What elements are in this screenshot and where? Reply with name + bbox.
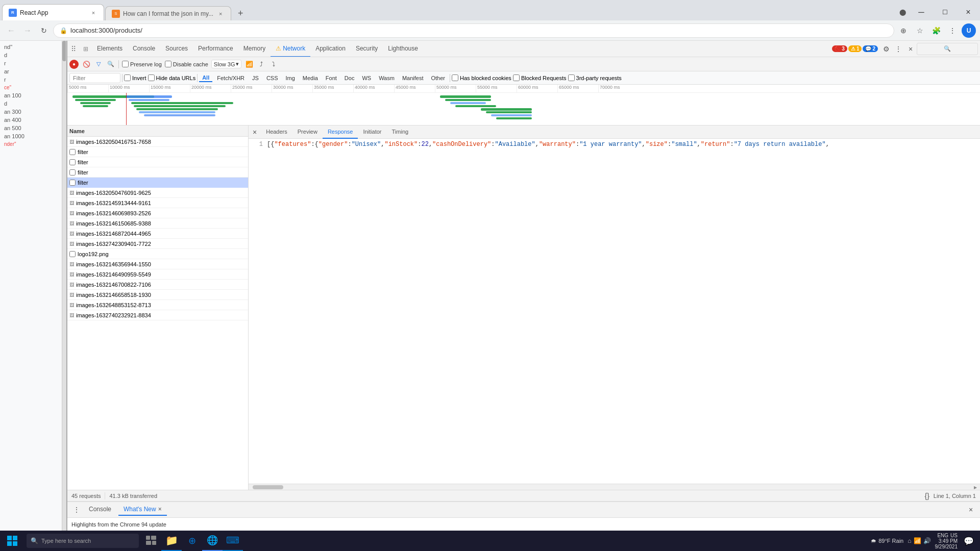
tab-security[interactable]: Security xyxy=(351,41,383,57)
devtools-close-icon[interactable]: × xyxy=(904,43,917,55)
filter-type-wasm[interactable]: Wasm xyxy=(376,74,398,82)
list-item[interactable]: 🖼 images-1632146150685-9388 xyxy=(67,218,248,229)
settings-icon[interactable]: ⋮ xyxy=(945,23,960,38)
taskbar-icon-explorer[interactable]: 📁 xyxy=(161,531,182,551)
list-item[interactable]: 🖼 images-1632146490959-5549 xyxy=(67,269,248,280)
svg-rect-7 xyxy=(152,541,156,545)
language-region: ENG US xyxy=(937,533,958,538)
list-item-selected[interactable]: filter xyxy=(67,178,248,188)
back-button[interactable]: ← xyxy=(4,23,18,38)
disable-cache-checkbox[interactable]: Disable cache xyxy=(165,61,208,67)
import-icon[interactable]: ⤴ xyxy=(257,60,266,69)
list-item[interactable]: 🖼 images-1632742309401-7722 xyxy=(67,239,248,249)
filter-type-js[interactable]: JS xyxy=(249,74,262,82)
record-button[interactable]: ● xyxy=(69,60,79,69)
tab-console-bottom[interactable]: Console xyxy=(84,504,116,516)
timeline-mark: 25000 ms xyxy=(231,85,272,92)
profile-avatar[interactable]: U xyxy=(962,23,976,38)
list-item[interactable]: 🖼 images-1632145913444-9161 xyxy=(67,198,248,208)
list-item[interactable]: 🖼 images-1632648853152-8713 xyxy=(67,300,248,310)
tab-elements[interactable]: Elements xyxy=(92,41,128,57)
preserve-log-checkbox[interactable]: Preserve log xyxy=(122,61,162,67)
filter-type-fetch[interactable]: Fetch/XHR xyxy=(214,74,248,82)
list-item[interactable]: 🖼 images-1632050416751-7658 xyxy=(67,137,248,147)
extensions-icon[interactable]: 🧩 xyxy=(929,23,943,38)
tab-close-react[interactable]: × xyxy=(89,9,97,17)
search-icon[interactable]: 🔍 xyxy=(106,60,115,69)
tab-headers[interactable]: Headers xyxy=(261,126,292,139)
devtools-search-expand[interactable]: 🔍 xyxy=(917,43,978,55)
tab-preview[interactable]: Preview xyxy=(292,126,323,139)
tab-close-so[interactable]: × xyxy=(216,10,225,18)
taskbar-icon-taskview[interactable] xyxy=(141,531,161,551)
list-item[interactable]: 🖼 images-1632740232921-8834 xyxy=(67,310,248,320)
address-bar[interactable]: 🔒 localhost:3000/products/ xyxy=(53,23,894,38)
tab-timing[interactable]: Timing xyxy=(387,126,414,139)
stop-button[interactable]: 🚫 xyxy=(82,60,91,69)
tab-initiator[interactable]: Initiator xyxy=(358,126,386,139)
filter-type-all[interactable]: All xyxy=(199,74,212,82)
bookmark-icon[interactable]: ☆ xyxy=(913,23,927,38)
start-button[interactable] xyxy=(0,531,24,551)
tab-network[interactable]: ⚠Network xyxy=(271,41,310,57)
cast-icon[interactable]: ⊕ xyxy=(896,23,911,38)
tab-response[interactable]: Response xyxy=(323,126,358,139)
export-icon[interactable]: ⤵ xyxy=(269,60,278,69)
taskbar-icon-chrome[interactable]: 🌐 xyxy=(202,531,223,551)
tab-memory[interactable]: Memory xyxy=(238,41,271,57)
filter-type-other[interactable]: Other xyxy=(428,74,448,82)
more-options-icon[interactable]: ⋮ xyxy=(71,505,82,515)
taskbar-icon-vscode[interactable]: ⌨ xyxy=(223,531,243,551)
devtools-settings-icon[interactable]: ⚙ xyxy=(880,43,892,55)
detail-close-btn[interactable]: × xyxy=(249,128,261,136)
hide-data-urls-checkbox[interactable]: Hide data URLs xyxy=(148,74,196,81)
has-blocked-cookies-checkbox[interactable]: Has blocked cookies xyxy=(452,74,511,81)
throttle-dropdown[interactable]: Slow 3G ▾ xyxy=(211,60,242,68)
third-party-checkbox[interactable]: 3rd-party requests xyxy=(568,74,622,81)
tab-react-app[interactable]: R React App × xyxy=(2,4,104,20)
devtools-more-icon[interactable]: ⋮ xyxy=(892,43,904,55)
new-tab-button[interactable]: + xyxy=(233,6,248,20)
tab-whats-new[interactable]: What's New × xyxy=(118,504,167,516)
list-item[interactable]: 🖼 images-1632146356944-1550 xyxy=(67,259,248,269)
list-item[interactable]: filter xyxy=(67,167,248,178)
list-item[interactable]: 🖼 images-1632146700822-7106 xyxy=(67,280,248,290)
tab-console[interactable]: Console xyxy=(128,41,160,57)
network-conditions-icon[interactable]: 📶 xyxy=(244,60,254,69)
list-item[interactable]: filter xyxy=(67,157,248,167)
tab-stackoverflow[interactable]: S How can I format the json in my... × xyxy=(105,6,231,20)
window-close-button[interactable]: × xyxy=(957,4,980,20)
tab-sources[interactable]: Sources xyxy=(160,41,193,57)
taskbar-icon-edge[interactable]: ⊕ xyxy=(182,531,202,551)
filter-type-ws[interactable]: WS xyxy=(359,74,374,82)
whats-new-close[interactable]: × xyxy=(158,506,162,513)
window-maximize-button[interactable]: ☐ xyxy=(933,4,957,20)
tab-favicon-react: R xyxy=(9,9,17,17)
notification-icon[interactable]: 💬 xyxy=(962,534,976,548)
list-item[interactable]: 🖼 images-1632050476091-9625 xyxy=(67,188,248,198)
invert-checkbox[interactable]: Invert xyxy=(124,74,146,81)
search-box[interactable]: 🔍 Type here to search xyxy=(27,534,139,548)
tab-lighthouse[interactable]: Lighthouse xyxy=(383,41,423,57)
tab-performance[interactable]: Performance xyxy=(193,41,238,57)
list-item[interactable]: 🖼 images-1632146658518-1930 xyxy=(67,290,248,300)
blocked-requests-checkbox[interactable]: Blocked Requests xyxy=(513,74,567,81)
bottom-panel-close[interactable]: × xyxy=(966,505,976,515)
list-item[interactable]: logo192.png xyxy=(67,249,248,259)
filter-type-doc[interactable]: Doc xyxy=(341,74,358,82)
filter-input[interactable] xyxy=(69,73,120,83)
filter-type-font[interactable]: Font xyxy=(323,74,340,82)
filter-type-manifest[interactable]: Manifest xyxy=(399,74,427,82)
filter-icon[interactable]: ▽ xyxy=(94,60,103,69)
filter-type-media[interactable]: Media xyxy=(300,74,321,82)
filter-type-img[interactable]: Img xyxy=(283,74,298,82)
devtools-pin-icon: ⊞ xyxy=(80,45,92,53)
list-item[interactable]: filter xyxy=(67,147,248,157)
window-minimize-button[interactable]: ─ xyxy=(910,4,933,20)
list-item[interactable]: 🖼 images-1632146069893-2526 xyxy=(67,208,248,218)
reload-button[interactable]: ↻ xyxy=(37,23,51,38)
filter-type-css[interactable]: CSS xyxy=(263,74,281,82)
list-item[interactable]: 🖼 images-1632146872044-4965 xyxy=(67,229,248,239)
tab-application[interactable]: Application xyxy=(310,41,351,57)
forward-button[interactable]: → xyxy=(20,23,35,38)
